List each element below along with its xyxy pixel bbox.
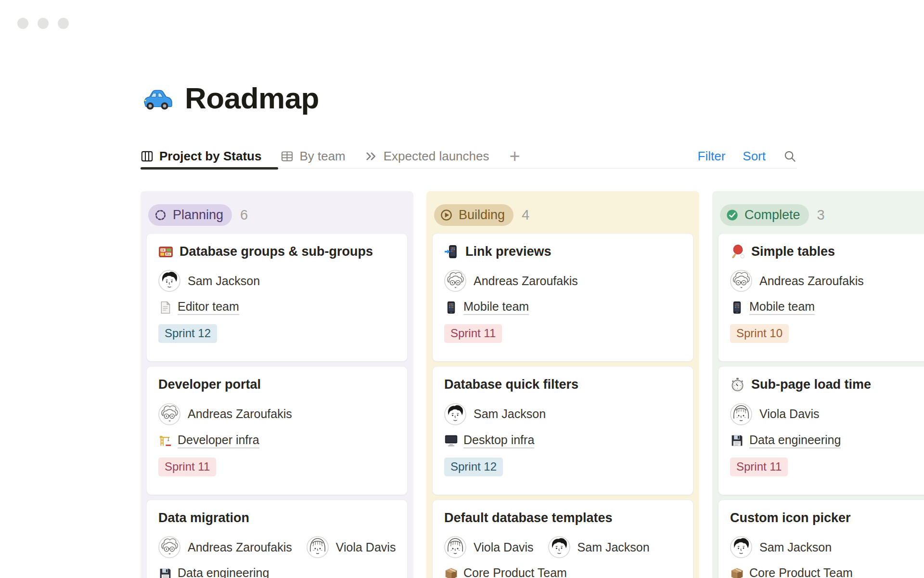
column-cards: Link previewsAndreas ZaroufakisMobile te… (426, 233, 699, 578)
card-sub-page-load-time[interactable]: Sub-page load timeViola DavisData engine… (718, 366, 924, 495)
card-data-migration[interactable]: Data migrationAndreas ZaroufakisViola Da… (146, 499, 408, 578)
box-icon (444, 567, 458, 578)
team-link-mobile-team[interactable]: Mobile team (444, 300, 529, 315)
card-title: Custom icon picker (730, 510, 924, 525)
card-title-text: Database groups & sub-groups (180, 244, 373, 259)
status-pill-planning[interactable]: Planning (148, 204, 232, 226)
column-header-building: Building4 (426, 191, 699, 233)
team-link-data-engineering[interactable]: Data engineering (158, 566, 269, 578)
team-name: Developer infra (178, 433, 259, 448)
card-title-text: Sub-page load time (751, 377, 871, 392)
board-column-building: Building4Link previewsAndreas Zaroufakis… (426, 191, 699, 578)
person-name: Viola Davis (759, 407, 820, 421)
team-name: Mobile team (749, 300, 815, 315)
page-title-text: Roadmap (185, 81, 319, 115)
card-custom-icon-picker[interactable]: Custom icon pickerSam JacksonCore Produc… (718, 499, 924, 578)
card-title: Simple tables (730, 244, 924, 259)
card-people: Viola Davis (730, 403, 924, 425)
phone-icon (444, 301, 458, 315)
avatar-viola (730, 403, 752, 425)
tab-label: Expected launches (384, 149, 489, 164)
view-actions: Filter Sort (698, 149, 797, 164)
view-tabbar: Project by Status By team Expected launc… (141, 144, 797, 169)
person-name: Viola Davis (474, 540, 534, 554)
filter-button[interactable]: Filter (698, 149, 726, 164)
status-label: Complete (744, 208, 800, 223)
sprint-badge: Sprint 11 (158, 458, 216, 476)
card-title: Data migration (158, 510, 396, 525)
person-name: Andreas Zaroufakis (188, 540, 292, 554)
sprint-badge: Sprint 11 (730, 458, 788, 476)
window-minimize-button[interactable] (38, 18, 49, 29)
card-title: Database quick filters (444, 377, 681, 392)
active-tab-underline (141, 167, 278, 170)
person-name: Sam Jackson (188, 274, 260, 288)
card-database-groups-sub-groups[interactable]: Database groups & sub-groupsSam JacksonE… (146, 233, 408, 362)
tab-label: By team (299, 149, 345, 164)
team-link-mobile-team[interactable]: Mobile team (730, 300, 815, 315)
avatar-andreas (158, 403, 180, 425)
card-link-previews[interactable]: Link previewsAndreas ZaroufakisMobile te… (432, 233, 693, 362)
sprint-badge: Sprint 10 (730, 324, 789, 343)
card-people: Andreas Zaroufakis (158, 403, 396, 425)
tab-by-team[interactable]: By team (281, 149, 345, 164)
dashed-circle-icon (154, 208, 167, 222)
card-people: Andreas Zaroufakis (730, 270, 924, 292)
person-andreas-zaroufakis: Andreas Zaroufakis (730, 270, 864, 292)
card-title: Link previews (444, 244, 681, 259)
team-link-data-engineering[interactable]: Data engineering (730, 433, 841, 448)
team-name: Core Product Team (749, 566, 853, 578)
column-cards: Database groups & sub-groupsSam JacksonE… (141, 233, 413, 578)
window-close-button[interactable] (17, 18, 28, 29)
card-people: Sam Jackson (730, 536, 924, 558)
window-zoom-button[interactable] (58, 18, 69, 29)
person-andreas-zaroufakis: Andreas Zaroufakis (158, 536, 292, 558)
paddle-icon (730, 244, 745, 259)
board-icon (141, 150, 154, 163)
team-link-desktop-infra[interactable]: Desktop infra (444, 433, 534, 448)
phone-icon (730, 301, 744, 315)
card-database-quick-filters[interactable]: Database quick filtersSam JacksonDesktop… (432, 366, 693, 495)
search-icon[interactable] (783, 149, 797, 163)
column-count: 3 (817, 207, 825, 223)
card-simple-tables[interactable]: Simple tablesAndreas ZaroufakisMobile te… (718, 233, 924, 362)
tab-expected-launches[interactable]: Expected launches (365, 149, 489, 164)
sort-button[interactable]: Sort (743, 149, 766, 164)
bento-icon (158, 244, 173, 259)
team-link-core-product-team[interactable]: Core Product Team (730, 566, 853, 578)
status-pill-building[interactable]: Building (434, 204, 513, 226)
person-name: Viola Davis (336, 540, 396, 554)
chevrons-right-icon (365, 150, 378, 163)
avatar-andreas (444, 270, 466, 292)
column-header-planning: Planning6 (141, 191, 413, 233)
tab-project-by-status[interactable]: Project by Status (141, 149, 261, 164)
check-circle-icon (725, 208, 739, 222)
person-name: Andreas Zaroufakis (188, 407, 292, 421)
tab-label: Project by Status (159, 149, 261, 164)
play-circle-icon (439, 208, 453, 222)
team-link-developer-infra[interactable]: Developer infra (158, 433, 259, 448)
avatar-andreas (730, 270, 752, 292)
card-default-database-templates[interactable]: Default database templatesViola DavisSam… (432, 499, 693, 578)
status-pill-complete[interactable]: Complete (720, 204, 809, 226)
card-title-text: Default database templates (444, 510, 613, 525)
person-name: Andreas Zaroufakis (474, 274, 578, 288)
person-name: Sam Jackson (474, 407, 546, 421)
card-title-text: Data migration (158, 510, 249, 525)
card-people: Sam Jackson (158, 270, 396, 292)
team-link-core-product-team[interactable]: Core Product Team (444, 566, 567, 578)
kanban-board: Planning6Database groups & sub-groupsSam… (141, 191, 924, 578)
person-name: Sam Jackson (578, 540, 650, 554)
team-link-editor-team[interactable]: Editor team (158, 300, 239, 315)
desktop-icon (444, 434, 458, 447)
person-andreas-zaroufakis: Andreas Zaroufakis (158, 403, 292, 425)
page-title: Roadmap (141, 81, 924, 115)
card-developer-portal[interactable]: Developer portalAndreas ZaroufakisDevelo… (146, 366, 408, 495)
box-icon (730, 567, 744, 578)
add-view-button[interactable]: + (510, 149, 520, 163)
avatar-andreas (158, 536, 180, 558)
team-name: Data engineering (178, 566, 269, 578)
card-title: Developer portal (158, 377, 396, 392)
card-title: Database groups & sub-groups (158, 244, 396, 259)
team-name: Editor team (178, 300, 239, 315)
